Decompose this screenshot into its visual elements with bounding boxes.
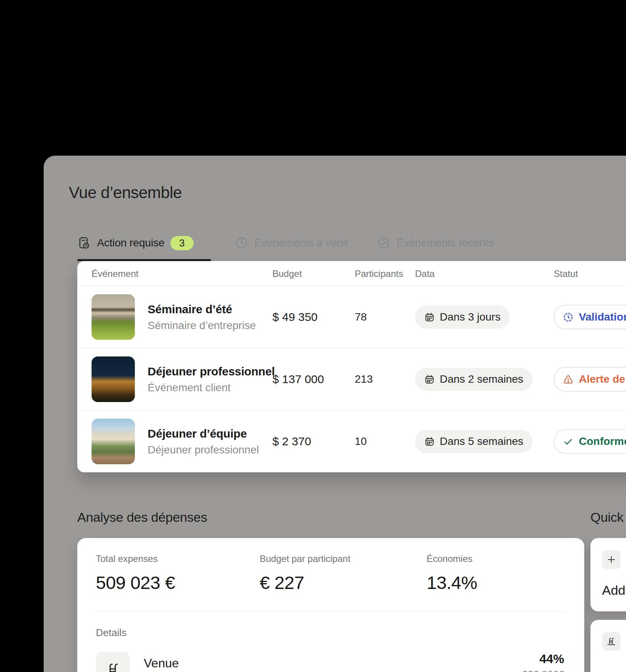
stat-value: 509 023 € [96,572,175,593]
stat-total-expenses: Total expenses 509 023 € [96,553,175,593]
event-subtitle: Séminaire d’entreprise [148,319,256,332]
events-table: Événement Budget Participants Data Statu… [77,261,626,472]
calendar-icon [424,312,435,322]
pending-clock-icon [563,312,574,323]
event-date-badge: Dans 3 jours [415,305,510,329]
event-budget: $ 49 350 [272,311,318,324]
expenses-heading: Analyse des dépenses [77,510,207,525]
clock-icon [235,236,248,250]
col-participants: Participants [355,261,403,287]
event-thumbnail [92,356,135,402]
stat-economies: Économies 13.4% [427,553,477,593]
pool-ladder-icon-box[interactable] [602,632,621,651]
event-participants: 10 [355,435,367,448]
quick-action-add-event[interactable]: Add event [590,538,626,611]
table-header: Événement Budget Participants Data Statu… [77,261,626,286]
event-date-badge: Dans 5 semaines [415,430,532,453]
venue-percent: 44% [539,652,564,666]
tab-evenements-a-venir[interactable]: Événements à venir [235,233,349,253]
check-circle-icon [377,236,391,250]
venue-ladder-icon [105,661,121,672]
event-budget: $ 2 370 [272,435,311,448]
tab-evenements-recents-label: Événements récents [396,237,494,249]
status-label: Validation requise [579,311,626,323]
event-title: Déjeuner professionnel [148,365,275,378]
event-thumbnail [92,419,135,464]
page-title: Vue d’ensemble [69,183,182,202]
divider [96,611,566,612]
dashboard-panel: Vue d’ensemble Action requise 3 Événemen… [44,156,626,672]
table-row[interactable]: Séminaire d’été Séminaire d’entreprise $… [77,286,626,348]
stat-label: Total expenses [96,553,175,564]
details-label: Details [96,627,126,639]
col-evenement: Événement [92,261,138,287]
event-date-label: Dans 5 semaines [440,435,523,448]
quick-actions-heading: Quick actions [590,510,626,525]
event-subtitle: Déjeuner professionnel [148,444,259,456]
document-clock-icon [77,236,91,250]
event-participants: 213 [355,373,373,385]
plus-icon [606,555,616,565]
stat-budget-per-participant: Budget par participant € 227 [260,553,350,593]
event-date-label: Dans 3 jours [440,311,500,323]
tab-evenements-recents[interactable]: Événements récents [377,233,494,253]
status-label: Conforme [579,435,626,448]
event-title: Séminaire d’été [148,303,256,316]
venue-label: Venue [144,656,179,670]
venue-icon-box [96,652,130,672]
table-row[interactable]: Déjeuner professionnel Événement client … [77,348,626,411]
col-budget: Budget [272,261,302,287]
tab-action-requise-badge: 3 [170,236,194,250]
status-badge: Conforme [554,429,626,454]
event-title: Déjeuner d’équipe [148,427,259,440]
event-subtitle: Événement client [148,382,275,394]
stat-label: Économies [427,553,477,564]
venue-amount: 226 000€ [522,669,564,672]
plus-icon-box[interactable] [602,550,621,569]
pool-ladder-icon [606,636,616,647]
calendar-icon [424,374,435,385]
stat-label: Budget par participant [260,553,350,564]
tab-evenements-a-venir-label: Événements à venir [254,237,349,249]
col-data: Data [415,261,435,287]
check-icon [563,436,574,447]
warning-triangle-icon [563,374,574,385]
status-badge: Validation requise [554,305,626,329]
event-date-label: Dans 2 semaines [440,373,523,385]
tab-action-requise-label: Action requise [97,237,165,249]
calendar-icon [424,436,435,447]
add-event-label: Add event [602,583,626,598]
screen: Vue d’ensemble Action requise 3 Événemen… [0,0,626,672]
status-label: Alerte de coût [579,373,626,385]
col-statut: Statut [554,261,578,287]
status-badge: Alerte de coût [554,367,626,392]
event-thumbnail [92,294,135,340]
event-budget: $ 137 000 [272,373,324,386]
tab-action-requise[interactable]: Action requise 3 [77,233,194,253]
table-row[interactable]: Déjeuner d’équipe Déjeuner professionnel… [77,411,626,472]
stat-value: € 227 [260,572,350,593]
expense-analysis-card: Total expenses 509 023 € Budget par part… [77,538,584,672]
quick-action-card[interactable] [590,620,626,672]
stat-value: 13.4% [427,572,477,593]
event-participants: 78 [355,311,367,323]
event-date-badge: Dans 2 semaines [415,368,532,391]
